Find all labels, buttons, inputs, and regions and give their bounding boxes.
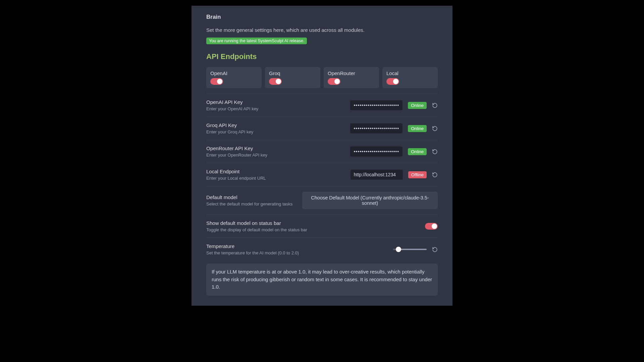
refresh-icon[interactable] (432, 103, 438, 108)
groq-toggle[interactable] (269, 78, 282, 85)
setting-right (393, 247, 438, 252)
setting-row-temperature: Temperature Set the temperature for the … (206, 238, 438, 261)
toggle-knob (276, 79, 281, 84)
setting-title: OpenAI API Key (206, 99, 350, 105)
setting-right: Online (350, 123, 438, 133)
refresh-icon[interactable] (432, 172, 438, 178)
release-badge: You are running the latest SystemSculpt … (206, 38, 307, 44)
setting-left: Temperature Set the temperature for the … (206, 243, 393, 255)
temperature-info-box: If your LLM temperature is at or above 1… (206, 263, 438, 296)
toggle-knob (217, 79, 222, 84)
setting-left: Groq API Key Enter your Groq API key (206, 122, 350, 134)
setting-desc: Enter your Groq API key (206, 129, 350, 134)
endpoint-label: Local (386, 70, 434, 76)
setting-right: Choose Default Model (Currently anthropi… (302, 192, 438, 209)
setting-desc: Enter your OpenRouter API key (206, 153, 350, 158)
refresh-icon[interactable] (432, 149, 438, 155)
openrouter-key-input[interactable] (350, 146, 402, 157)
setting-left: Show default model on status bar Toggle … (206, 220, 425, 232)
endpoint-cards: OpenAI Groq OpenRouter Local (206, 67, 438, 88)
setting-row-default-model: Default model Select the default model f… (206, 186, 438, 215)
status-badge: Online (408, 148, 427, 155)
groq-key-input[interactable] (350, 123, 402, 133)
setting-title: Local Endpoint (206, 169, 351, 174)
setting-desc: Enter your Local endpoint URL (206, 176, 351, 181)
endpoint-label: Groq (269, 70, 316, 76)
status-badge: Online (408, 125, 427, 132)
page-title: Brain (206, 14, 438, 20)
toggle-knob (393, 79, 398, 84)
setting-desc: Toggle the display of default model on t… (206, 227, 425, 232)
setting-title: Groq API Key (206, 122, 350, 128)
setting-right: Online (350, 146, 438, 157)
status-badge: Offline (408, 171, 427, 178)
openai-toggle[interactable] (210, 78, 223, 85)
endpoint-card-groq: Groq (265, 67, 320, 88)
status-badge: Online (408, 102, 427, 109)
endpoint-card-openrouter: OpenRouter (324, 67, 379, 88)
refresh-icon[interactable] (432, 247, 438, 252)
show-statusbar-toggle[interactable] (425, 223, 438, 230)
setting-right: Offline (351, 170, 438, 180)
endpoint-card-openai: OpenAI (206, 67, 262, 88)
setting-title: OpenRouter API Key (206, 145, 350, 151)
endpoint-label: OpenAI (210, 70, 258, 76)
endpoint-label: OpenRouter (328, 70, 375, 76)
local-toggle[interactable] (386, 78, 399, 85)
setting-title: Temperature (206, 243, 393, 249)
setting-row-show-statusbar: Show default model on status bar Toggle … (206, 215, 438, 238)
setting-right (425, 223, 438, 230)
setting-desc: Select the default model for generating … (206, 201, 302, 206)
setting-row-groq-key: Groq API Key Enter your Groq API key Onl… (206, 117, 438, 140)
api-endpoints-heading: API Endpoints (206, 52, 438, 61)
setting-title: Show default model on status bar (206, 220, 425, 226)
settings-panel: Brain Set the more general settings here… (192, 6, 452, 306)
refresh-icon[interactable] (432, 126, 438, 131)
toggle-knob (334, 79, 340, 84)
setting-title: Default model (206, 194, 302, 200)
setting-left: OpenRouter API Key Enter your OpenRouter… (206, 145, 350, 158)
toggle-knob (432, 224, 437, 229)
openrouter-toggle[interactable] (328, 78, 340, 85)
openai-key-input[interactable] (350, 100, 402, 110)
setting-row-local-endpoint: Local Endpoint Enter your Local endpoint… (206, 163, 438, 186)
setting-left: OpenAI API Key Enter your OpenAI API key (206, 99, 350, 111)
setting-left: Local Endpoint Enter your Local endpoint… (206, 169, 351, 181)
slider-track (398, 249, 427, 250)
setting-row-openrouter-key: OpenRouter API Key Enter your OpenRouter… (206, 140, 438, 163)
setting-desc: Set the temperature for the AI model (0.… (206, 250, 393, 255)
local-endpoint-input[interactable] (351, 170, 403, 180)
slider-thumb[interactable] (396, 247, 401, 252)
choose-default-model-button[interactable]: Choose Default Model (Currently anthropi… (302, 192, 438, 209)
temperature-slider[interactable] (393, 249, 427, 250)
page-description: Set the more general settings here, whic… (206, 27, 438, 33)
setting-desc: Enter your OpenAI API key (206, 106, 350, 111)
setting-row-openai-key: OpenAI API Key Enter your OpenAI API key… (206, 94, 438, 117)
setting-right: Online (350, 100, 438, 110)
endpoint-card-local: Local (382, 67, 438, 88)
setting-left: Default model Select the default model f… (206, 194, 302, 206)
